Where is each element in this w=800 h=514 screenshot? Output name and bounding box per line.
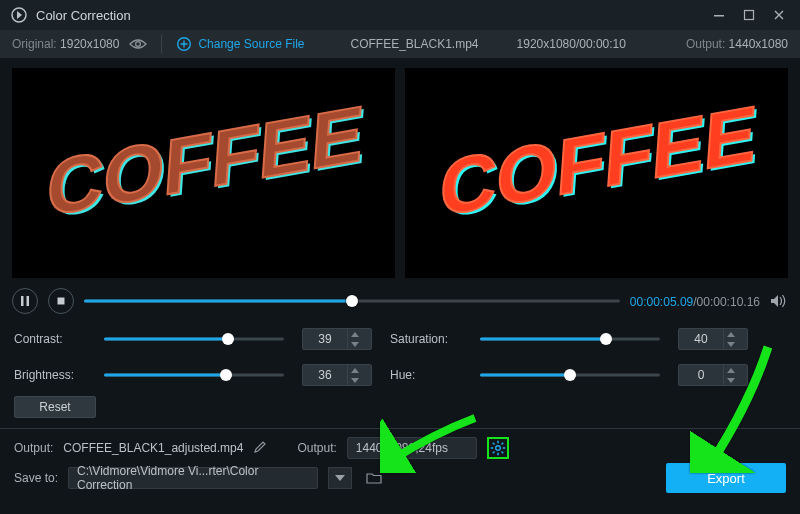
svg-rect-11	[21, 296, 24, 306]
app-logo-icon	[10, 6, 28, 24]
open-folder-button[interactable]	[362, 467, 386, 489]
titlebar: Color Correction	[0, 0, 800, 30]
save-path-dropdown[interactable]	[328, 467, 352, 489]
contrast-value[interactable]: 39	[302, 328, 372, 350]
brightness-label: Brightness:	[14, 368, 86, 382]
output-format-field: 1440x1080;24fps	[347, 437, 477, 459]
brightness-value[interactable]: 36	[302, 364, 372, 386]
output-row: Output: COFFEE_BLACK1_adjusted.mp4 Outpu…	[0, 433, 800, 463]
slider-grid: Contrast: 39 Saturation: 40 Brightness: …	[0, 322, 800, 392]
contrast-slider[interactable]	[104, 329, 284, 349]
save-to-label: Save to:	[14, 471, 58, 485]
output-file-label: Output:	[14, 441, 53, 455]
reset-button[interactable]: Reset	[14, 396, 96, 418]
stop-button[interactable]	[48, 288, 74, 314]
preview-original: COFFEE COFFEE	[12, 68, 395, 278]
saturation-value[interactable]: 40	[678, 328, 748, 350]
svg-line-21	[501, 443, 503, 445]
window-title: Color Correction	[36, 8, 131, 23]
compare-eye-icon[interactable]	[129, 38, 147, 50]
hue-label: Hue:	[390, 368, 462, 382]
svg-line-20	[501, 452, 503, 454]
volume-icon[interactable]	[770, 294, 788, 308]
close-button[interactable]	[764, 0, 794, 30]
output-filename: COFFEE_BLACK1_adjusted.mp4	[63, 441, 243, 455]
plus-circle-icon	[176, 36, 192, 52]
source-filename: COFFEE_BLACK1.mp4	[350, 37, 478, 51]
step-down-icon[interactable]	[348, 339, 361, 349]
maximize-button[interactable]	[734, 0, 764, 30]
svg-line-19	[493, 443, 495, 445]
info-bar: Original: 1920x1080 Change Source File C…	[0, 30, 800, 58]
svg-rect-2	[745, 11, 754, 20]
source-res-time: 1920x1080/00:00:10	[517, 37, 626, 51]
timeline-track[interactable]	[84, 290, 620, 312]
svg-line-22	[493, 452, 495, 454]
save-path-field: C:\Vidmore\Vidmore Vi...rter\Color Corre…	[68, 467, 318, 489]
change-source-button[interactable]: Change Source File	[176, 36, 304, 52]
svg-point-3	[136, 42, 141, 47]
preview-row: COFFEE COFFEE COFFEE COFFEE	[0, 58, 800, 282]
output-res-label: Output: 1440x1080	[686, 37, 788, 51]
minimize-button[interactable]	[704, 0, 734, 30]
output-format-label: Output:	[297, 441, 336, 455]
hue-slider[interactable]	[480, 365, 660, 385]
saturation-label: Saturation:	[390, 332, 462, 346]
change-source-label: Change Source File	[198, 37, 304, 51]
time-display: 00:00:05.09/00:00:10.16	[630, 292, 760, 310]
export-button[interactable]: Export	[666, 463, 786, 493]
hue-value[interactable]: 0	[678, 364, 748, 386]
svg-rect-12	[27, 296, 30, 306]
save-row: Save to: C:\Vidmore\Vidmore Vi...rter\Co…	[0, 463, 800, 493]
preview-output: COFFEE COFFEE	[405, 68, 788, 278]
svg-rect-13	[58, 298, 65, 305]
saturation-slider[interactable]	[480, 329, 660, 349]
contrast-label: Contrast:	[14, 332, 86, 346]
svg-point-14	[496, 446, 501, 451]
edit-filename-icon[interactable]	[253, 440, 267, 457]
brightness-slider[interactable]	[104, 365, 284, 385]
gear-icon	[490, 440, 506, 456]
play-pause-button[interactable]	[12, 288, 38, 314]
step-up-icon[interactable]	[348, 329, 361, 339]
output-settings-button[interactable]	[487, 437, 509, 459]
svg-rect-1	[714, 15, 724, 17]
original-label: Original: 1920x1080	[12, 37, 119, 51]
timeline: 00:00:05.09/00:00:10.16	[0, 282, 800, 322]
